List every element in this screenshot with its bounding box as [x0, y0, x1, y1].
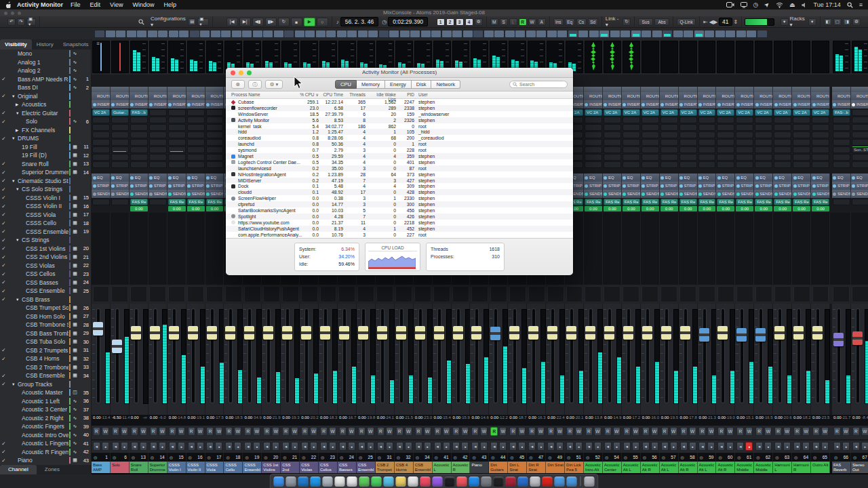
send-level-value[interactable]: 0.00 — [812, 206, 829, 211]
write-automation-button[interactable]: W — [842, 427, 850, 436]
channel-name[interactable]: CSB 4 Horns — [395, 462, 414, 473]
rack-eq-button[interactable]: Eq — [565, 18, 575, 26]
write-automation-button[interactable]: W — [367, 427, 374, 436]
fader-handle[interactable] — [680, 326, 690, 340]
sidebar-track-row[interactable]: ✓▼Original — [0, 92, 91, 101]
sidebar-track-row[interactable]: ✓▼CSB Brass — [0, 296, 91, 304]
sidebar-track-row[interactable]: ✓CSB 4 Horns▦32 — [0, 354, 91, 363]
insert-slot[interactable] — [717, 154, 734, 161]
routing-header[interactable]: ROUTING — [832, 92, 851, 100]
send-slot[interactable]: FAS Re — [774, 199, 791, 205]
insert-header[interactable]: INSERT — [660, 100, 679, 108]
eq-header[interactable]: EQ — [773, 174, 792, 182]
insert-slot[interactable] — [755, 131, 772, 138]
column-header-cpu-time[interactable]: CPU Time — [320, 92, 343, 97]
monitor-button[interactable]: ◂ — [206, 442, 214, 451]
fader-handle[interactable] — [755, 328, 766, 342]
sends-header[interactable]: SENDS — [603, 190, 622, 198]
insert-slot[interactable] — [793, 124, 810, 131]
routing-header[interactable]: ROUTING — [603, 92, 622, 100]
menu-app-name[interactable]: Activity Monitor — [17, 1, 63, 8]
record-enable-button[interactable]: ● — [594, 442, 601, 451]
overview-channel-box[interactable] — [379, 30, 389, 37]
write-automation-button[interactable]: W — [726, 427, 734, 436]
read-automation-button[interactable]: R — [852, 427, 860, 436]
monitor-button[interactable]: ◂ — [680, 442, 688, 451]
eq-header[interactable]: EQ — [754, 174, 773, 182]
channel-number-cell[interactable]: ◎43 — [470, 453, 489, 462]
strip-header[interactable]: STRIP — [773, 182, 792, 190]
write-automation-button[interactable]: W — [310, 427, 317, 436]
overview-channel-box[interactable] — [211, 30, 220, 37]
fader-handle[interactable] — [699, 328, 709, 342]
routing-header[interactable]: ROUTING — [716, 92, 735, 100]
fader-handle[interactable] — [471, 326, 481, 340]
tab-energy[interactable]: Energy — [385, 80, 412, 89]
channel-m-button[interactable]: M — [490, 18, 498, 26]
process-row[interactable]: SafariCloudHistoryPushAgent0.08.1941452s… — [226, 226, 573, 232]
pan-control[interactable] — [641, 285, 660, 304]
insert-slot[interactable] — [187, 131, 205, 138]
monitor-button[interactable]: ◂ — [131, 442, 138, 451]
send-slot[interactable]: FAS Re — [623, 199, 640, 205]
sidebar-track-row[interactable]: CSB 2 Trombones▦33 — [0, 363, 91, 372]
process-row[interactable]: kernel_task5.434:02.771868620root — [226, 123, 573, 129]
overview-channel-box[interactable] — [221, 30, 231, 37]
routing-header[interactable]: ROUTING — [735, 92, 754, 100]
monitor-button[interactable]: ◂ — [509, 442, 517, 451]
insert-slot[interactable] — [698, 139, 716, 146]
write-automation-button[interactable]: W — [594, 427, 601, 436]
channel-name[interactable]: Acoustic Alt R — [641, 462, 660, 473]
insert-slot[interactable] — [774, 161, 791, 168]
pan-control[interactable] — [433, 285, 452, 304]
lock-icon[interactable]: ▣ ▾ — [197, 18, 208, 26]
fader-db-readout[interactable]: 0.00-17.8 — [679, 415, 698, 426]
sends-header[interactable]: SENDS — [832, 190, 851, 198]
sends-header[interactable]: SENDS — [584, 190, 603, 198]
write-automation-button[interactable]: W — [499, 427, 507, 436]
insert-slot[interactable] — [92, 139, 110, 146]
strip-header[interactable]: STRIP — [584, 182, 603, 190]
channel-l-button[interactable]: L — [509, 18, 517, 26]
sidebar-track-row[interactable]: ✓Acoustic R Fingers Mi∿42 — [0, 448, 91, 457]
insert-slot[interactable] — [774, 154, 791, 161]
insert-slot[interactable] — [92, 117, 110, 123]
process-row[interactable]: screenflowrecorder23.06.58172892338steph… — [226, 105, 573, 111]
fader-db-readout[interactable]: 0.00-16.5 — [754, 415, 773, 426]
overview-channel-box[interactable] — [631, 30, 641, 37]
write-automation-button[interactable]: W — [291, 427, 298, 436]
insert-slot[interactable] — [623, 146, 640, 153]
record-enable-button[interactable]: ● — [726, 442, 734, 451]
location-icon[interactable]: ➤ — [763, 1, 771, 9]
strip-header[interactable]: STRIP — [792, 182, 811, 190]
insert-slot[interactable] — [852, 161, 868, 168]
insert-slot[interactable]: VC 2A — [812, 109, 829, 116]
insert-slot[interactable] — [206, 117, 224, 123]
read-automation-button[interactable]: R — [112, 427, 119, 436]
overview-channel-box[interactable] — [347, 30, 357, 37]
insert-slot[interactable] — [812, 117, 829, 123]
send-level-value[interactable]: 0.00 — [642, 206, 659, 211]
tab-snapshots[interactable]: Snapshots — [58, 39, 94, 49]
fader-db-readout[interactable]: 0.00-15.9 — [452, 415, 471, 426]
fader-db-readout[interactable]: 0.00-24.1 — [376, 415, 395, 426]
send-level-value[interactable]: 0.00 — [168, 206, 186, 211]
insert-slot[interactable] — [585, 139, 602, 146]
routing-header[interactable]: ROUTING — [641, 92, 660, 100]
channel-number-cell[interactable]: ◎51 — [565, 453, 584, 462]
channel-name[interactable]: CSSS Violin II — [186, 462, 205, 473]
record-enable-button[interactable]: ● — [329, 442, 336, 451]
eq-header[interactable]: EQ — [792, 174, 811, 182]
strip-header[interactable]: STRIP — [167, 182, 186, 190]
insert-slot[interactable] — [92, 146, 110, 153]
insert-slot[interactable] — [812, 146, 829, 153]
overview-channel-box[interactable] — [389, 30, 399, 37]
column-header-threads[interactable]: Threads — [345, 92, 366, 97]
sends-header[interactable]: SENDS — [773, 190, 792, 198]
insert-slot[interactable] — [206, 131, 224, 138]
overview-channel-box[interactable] — [326, 30, 336, 37]
activity-monitor-window[interactable]: Activity Monitor (All Processes) ⊗ ⓘ ⚙ ▾… — [226, 68, 573, 274]
write-automation-button[interactable]: W — [424, 427, 431, 436]
visibility-check[interactable]: ✓ — [0, 296, 7, 302]
overview-channel-box[interactable] — [578, 30, 588, 37]
